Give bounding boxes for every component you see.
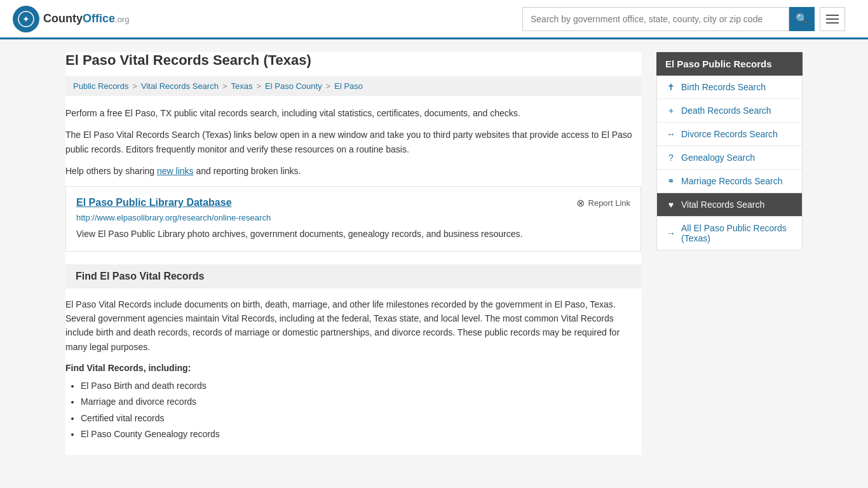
sidebar-link-marriage[interactable]: ⚭ Marriage Records Search xyxy=(657,170,802,193)
search-input[interactable] xyxy=(522,7,789,31)
sidebar-title: El Paso Public Records xyxy=(656,52,803,76)
logo-icon: ✦ xyxy=(13,6,39,32)
marriage-icon: ⚭ xyxy=(666,176,676,186)
report-link[interactable]: ⊗ Report Link xyxy=(576,197,630,209)
sidebar: El Paso Public Records ✝ Birth Records S… xyxy=(656,52,803,455)
sidebar-item-genealogy: ? Genealogy Search xyxy=(657,146,802,170)
find-section-title: Find El Paso Vital Records xyxy=(76,271,631,282)
menu-button[interactable] xyxy=(820,7,845,31)
description-3-prefix: Help others by sharing xyxy=(65,166,157,176)
svg-text:✦: ✦ xyxy=(22,15,30,24)
logo-area: ✦ CountyOffice.org xyxy=(13,6,129,32)
library-title[interactable]: El Paso Public Library Database xyxy=(76,197,232,208)
library-entry: El Paso Public Library Database ⊗ Report… xyxy=(65,186,641,252)
sidebar-link-genealogy[interactable]: ? Genealogy Search xyxy=(657,146,802,169)
genealogy-icon: ? xyxy=(666,152,676,163)
report-link-icon: ⊗ xyxy=(576,197,585,209)
description-1: Perform a free El Paso, TX public vital … xyxy=(65,106,641,120)
sidebar-link-birth[interactable]: ✝ Birth Records Search xyxy=(657,76,802,98)
sidebar-label-vital: Vital Records Search xyxy=(681,200,764,210)
description-3: Help others by sharing new links and rep… xyxy=(65,164,641,178)
list-item-birth-death: El Paso Birth and death records xyxy=(81,378,641,394)
description-3-suffix: and reporting broken links. xyxy=(194,166,301,176)
find-subheading: Find Vital Records, including: xyxy=(65,363,641,373)
all-records-icon: → xyxy=(666,228,676,238)
birth-icon: ✝ xyxy=(666,82,676,92)
report-link-label: Report Link xyxy=(588,198,630,208)
menu-line-3 xyxy=(826,22,839,24)
page-title: El Paso Vital Records Search (Texas) xyxy=(65,52,641,69)
find-section-body: El Paso Vital Records include documents … xyxy=(65,297,641,355)
content-area: El Paso Vital Records Search (Texas) Pub… xyxy=(65,52,641,455)
sidebar-item-marriage: ⚭ Marriage Records Search xyxy=(657,170,802,193)
breadcrumb-sep-2: > xyxy=(222,81,227,91)
sidebar-item-death: + Death Records Search xyxy=(657,99,802,123)
sidebar-link-death[interactable]: + Death Records Search xyxy=(657,99,802,122)
sidebar-link-divorce[interactable]: ↔ Divorce Records Search xyxy=(657,123,802,146)
breadcrumb-sep-4: > xyxy=(326,81,331,91)
content-inner: El Paso Vital Records Search (Texas) Pub… xyxy=(65,52,641,455)
sidebar-label-divorce: Divorce Records Search xyxy=(681,129,778,139)
vital-icon: ♥ xyxy=(666,200,676,210)
breadcrumb-texas[interactable]: Texas xyxy=(231,81,253,91)
all-records-label: All El Paso Public Records (Texas) xyxy=(681,223,793,243)
search-area: 🔍 xyxy=(522,7,845,31)
breadcrumb-el-paso[interactable]: El Paso xyxy=(334,81,363,91)
sidebar-label-marriage: Marriage Records Search xyxy=(681,176,783,186)
search-icon: 🔍 xyxy=(796,13,808,25)
breadcrumb-public-records[interactable]: Public Records xyxy=(73,81,128,91)
breadcrumb-sep-1: > xyxy=(132,81,137,91)
sidebar-label-death: Death Records Search xyxy=(681,105,771,116)
list-item-certified: Certified vital records xyxy=(81,410,641,426)
list-item-genealogy: El Paso County Genealogy records xyxy=(81,426,641,442)
find-section-heading: Find El Paso Vital Records xyxy=(65,264,641,288)
breadcrumb: Public Records > Vital Records Search > … xyxy=(65,76,641,96)
sidebar-label-genealogy: Genealogy Search xyxy=(681,152,755,163)
breadcrumb-el-paso-county[interactable]: El Paso County xyxy=(265,81,322,91)
list-item-marriage-divorce: Marriage and divorce records xyxy=(81,394,641,410)
breadcrumb-sep-3: > xyxy=(256,81,261,91)
all-records-link[interactable]: → All El Paso Public Records (Texas) xyxy=(657,217,802,250)
divorce-icon: ↔ xyxy=(666,129,676,139)
library-url[interactable]: http://www.elpasolibrary.org/research/on… xyxy=(76,213,630,222)
sidebar-item-vital: ♥ Vital Records Search xyxy=(657,193,802,216)
new-links-link[interactable]: new links xyxy=(157,166,194,176)
menu-line-1 xyxy=(826,15,839,16)
menu-line-2 xyxy=(826,18,839,20)
sidebar-link-vital[interactable]: ♥ Vital Records Search xyxy=(657,193,802,216)
sidebar-list: ✝ Birth Records Search + Death Records S… xyxy=(656,76,803,217)
header: ✦ CountyOffice.org 🔍 xyxy=(0,0,868,39)
sidebar-label-birth: Birth Records Search xyxy=(681,82,766,92)
description-2: The El Paso Vital Records Search (Texas)… xyxy=(65,128,641,156)
sidebar-item-birth: ✝ Birth Records Search xyxy=(657,76,802,99)
search-button[interactable]: 🔍 xyxy=(789,7,815,31)
logo-text: CountyOffice.org xyxy=(43,12,129,25)
breadcrumb-vital-records-search[interactable]: Vital Records Search xyxy=(141,81,219,91)
find-list: El Paso Birth and death records Marriage… xyxy=(81,378,641,442)
library-description: View El Paso Public Library photo archiv… xyxy=(76,227,630,241)
death-icon: + xyxy=(666,105,676,116)
all-records-section: → All El Paso Public Records (Texas) xyxy=(656,217,803,250)
sidebar-item-divorce: ↔ Divorce Records Search xyxy=(657,123,802,146)
library-entry-header: El Paso Public Library Database ⊗ Report… xyxy=(76,197,630,209)
main-container: El Paso Vital Records Search (Texas) Pub… xyxy=(53,39,815,468)
